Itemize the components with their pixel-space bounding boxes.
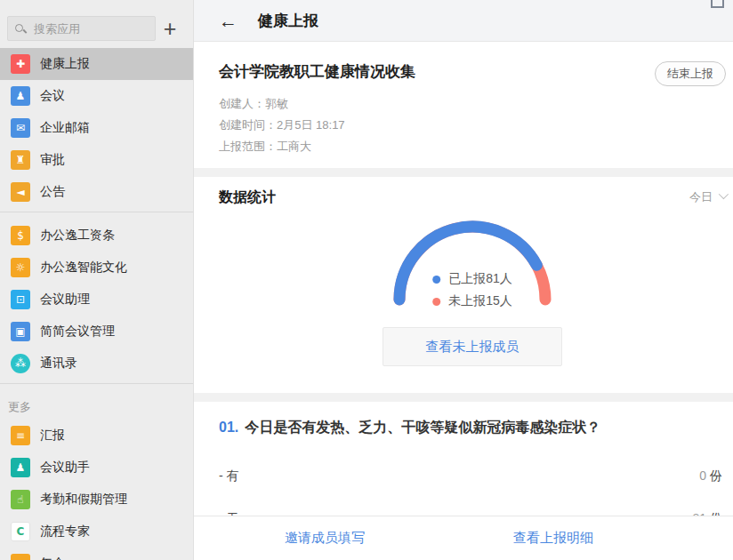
money-icon: $ — [11, 226, 30, 245]
legend-row: 未上报15人 — [432, 293, 512, 309]
invite-members-link[interactable]: 邀请成员填写 — [285, 530, 365, 547]
sidebar-item-meeting-assistant[interactable]: ⊡ 会议助理 — [0, 284, 193, 316]
team-icon: ♟ — [11, 458, 30, 477]
sidebar-item-announcement[interactable]: ◄ 公告 — [0, 176, 193, 208]
people-icon: ♟ — [11, 86, 30, 106]
megaphone-icon: ◄ — [11, 182, 30, 202]
sidebar-item-label: 会议助理 — [40, 292, 90, 308]
sidebar-item-label: 办公逸智能文化 — [40, 260, 127, 276]
view-report-detail-link[interactable]: 查看上报明细 — [513, 530, 593, 547]
page-title: 健康上报 — [258, 11, 318, 31]
date-filter-dropdown[interactable]: 今日 — [689, 188, 726, 207]
sidebar-item-label: 汇报 — [40, 428, 65, 444]
answer-option-row: - 有 0份 — [219, 468, 722, 484]
sidebar-item-attendance-leave[interactable]: ☝ 考勤和假期管理 — [0, 484, 193, 516]
bulb-icon: ☼ — [11, 258, 30, 277]
sidebar-item-label: 年会 — [40, 556, 65, 560]
question-number: 01. — [219, 420, 238, 435]
sidebar-item-label: 会议 — [40, 88, 65, 104]
sidebar-item-label: 会议助手 — [40, 460, 90, 476]
end-report-button[interactable]: 结束上报 — [655, 61, 726, 86]
sidebar-item-meeting-helper[interactable]: ♟ 会议助手 — [0, 452, 193, 484]
legend-text: 已上报81人 — [448, 271, 512, 287]
window-restore-icon[interactable] — [711, 0, 724, 8]
legend-dot-icon — [432, 298, 440, 306]
sidebar-item-label: 通讯录 — [40, 356, 77, 372]
legend-row: 已上报81人 — [432, 271, 512, 287]
sidebar-item-meeting-management[interactable]: ▣ 简简会议管理 — [0, 316, 193, 348]
sidebar-search-row: + — [0, 0, 193, 48]
sidebar-item-label: 审批 — [40, 152, 65, 168]
report-meta: 创建人：郭敏 创建时间：2月5日 18:17 上报范围：工商大 — [219, 93, 726, 157]
legend-text: 未上报15人 — [448, 293, 512, 309]
app-window: + ✚ 健康上报 ♟ 会议 ✉ 企业邮箱 ♜ 审批 ◄ 公告 $ 办公逸工资条 … — [0, 0, 733, 560]
search-input[interactable] — [32, 21, 155, 36]
sidebar-section-label: 更多 — [0, 391, 193, 420]
date-filter-value: 今日 — [689, 188, 713, 207]
sidebar-item-approval[interactable]: ♜ 审批 — [0, 144, 193, 176]
sidebar-item-process-expert[interactable]: C 流程专家 — [0, 516, 193, 548]
contacts-icon: ⁂ — [11, 354, 30, 373]
sidebar: + ✚ 健康上报 ♟ 会议 ✉ 企业邮箱 ♜ 审批 ◄ 公告 $ 办公逸工资条 … — [0, 0, 194, 560]
sidebar-item-health-report[interactable]: ✚ 健康上报 — [0, 48, 193, 80]
gauge-legend: 已上报81人 未上报15人 — [432, 265, 512, 309]
sidebar-item-label: 企业邮箱 — [40, 120, 90, 136]
answer-options: - 有 0份 - 无 81份 — [219, 468, 722, 516]
section-divider — [194, 168, 733, 177]
question-text: 今日是否有发热、乏力、干咳等疑似新冠病毒感染症状？ — [245, 420, 600, 435]
option-label: - 有 — [219, 468, 239, 484]
section-divider — [194, 393, 733, 402]
main-panel: ← 健康上报 会计学院教职工健康情况收集 结束上报 创建人：郭敏 创建时间：2月… — [194, 0, 733, 560]
search-app-box[interactable] — [7, 16, 156, 41]
report-title: 会计学院教职工健康情况收集 — [219, 61, 415, 83]
banner-icon: ▭ — [11, 554, 30, 560]
clipboard-plus-icon: ✚ — [11, 54, 30, 74]
bottom-action-bar: 邀请成员填写 查看上报明细 — [194, 516, 733, 560]
sidebar-item-annual-meeting[interactable]: ▭ 年会 — [0, 548, 193, 560]
screen-icon: ⊡ — [11, 290, 30, 309]
stats-title: 数据统计 — [219, 188, 276, 207]
sidebar-item-report[interactable]: ≡ 汇报 — [0, 420, 193, 452]
option-count: 0份 — [699, 468, 722, 484]
stamp-icon: ♜ — [11, 150, 30, 170]
sidebar-item-salary-slip[interactable]: $ 办公逸工资条 — [0, 220, 193, 252]
letter-c-icon: C — [11, 522, 30, 541]
sidebar-item-label: 简简会议管理 — [40, 324, 115, 340]
sidebar-divider — [0, 212, 193, 212]
sidebar-item-smart-culture[interactable]: ☼ 办公逸智能文化 — [0, 252, 193, 284]
sidebar-item-meeting[interactable]: ♟ 会议 — [0, 80, 193, 112]
meta-line: 创建人：郭敏 — [219, 93, 726, 115]
sidebar-item-label: 健康上报 — [40, 56, 90, 72]
meta-line: 创建时间：2月5日 18:17 — [219, 115, 726, 136]
sidebar-item-label: 办公逸工资条 — [40, 228, 115, 244]
doc-lines-icon: ≡ — [11, 426, 30, 445]
chevron-down-icon — [719, 189, 729, 199]
gauge-chart: 已上报81人 未上报15人 — [388, 214, 557, 310]
briefcase-icon: ▣ — [11, 322, 30, 341]
view-unreported-button[interactable]: 查看未上报成员 — [383, 327, 562, 366]
search-icon — [15, 23, 27, 35]
sidebar-divider — [0, 383, 193, 384]
sidebar-item-label: 流程专家 — [40, 524, 90, 540]
mail-icon: ✉ — [11, 118, 30, 138]
scroll-content: 会计学院教职工健康情况收集 结束上报 创建人：郭敏 创建时间：2月5日 18:1… — [194, 42, 733, 516]
legend-dot-icon — [432, 276, 440, 284]
hand-icon: ☝ — [11, 490, 30, 509]
sidebar-item-contacts[interactable]: ⁂ 通讯录 — [0, 348, 193, 380]
stats-section: 数据统计 今日 已上报81人 未上报15人 查看未上报 — [194, 177, 733, 393]
question-title: 01.今日是否有发热、乏力、干咳等疑似新冠病毒感染症状？ — [219, 418, 722, 437]
add-app-button[interactable]: + — [156, 17, 184, 40]
back-arrow-icon[interactable]: ← — [219, 12, 238, 30]
question-section: 01.今日是否有发热、乏力、干咳等疑似新冠病毒感染症状？ - 有 0份 - 无 … — [194, 402, 733, 516]
sidebar-item-corp-mail[interactable]: ✉ 企业邮箱 — [0, 112, 193, 144]
meta-line: 上报范围：工商大 — [219, 136, 726, 157]
page-header: ← 健康上报 — [194, 0, 733, 42]
sidebar-item-label: 公告 — [40, 184, 65, 200]
app-list: ✚ 健康上报 ♟ 会议 ✉ 企业邮箱 ♜ 审批 ◄ 公告 $ 办公逸工资条 ☼ … — [0, 48, 193, 560]
sidebar-item-label: 考勤和假期管理 — [40, 492, 127, 508]
report-info-section: 会计学院教职工健康情况收集 结束上报 创建人：郭敏 创建时间：2月5日 18:1… — [194, 42, 733, 168]
